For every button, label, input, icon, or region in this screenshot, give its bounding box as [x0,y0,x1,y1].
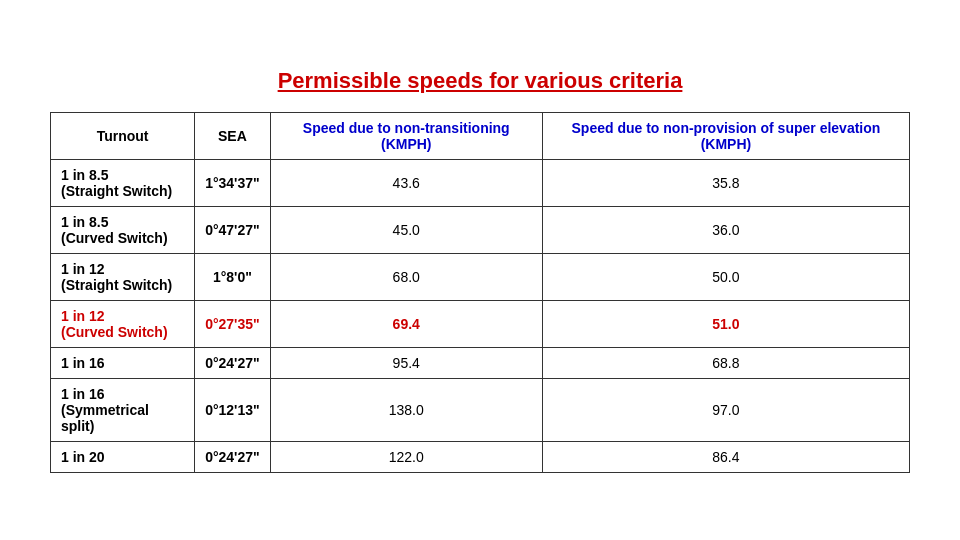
col-header-sea: SEA [195,112,271,159]
cell-speed-elevation: 51.0 [542,300,909,347]
cell-turnout: 1 in 8.5(Straight Switch) [51,159,195,206]
cell-speed-transition: 95.4 [270,347,542,378]
data-table: Turnout SEA Speed due to non-transitioni… [50,112,910,473]
cell-turnout: 1 in 16(Symmetrical split) [51,378,195,441]
cell-sea: 1°34'37" [195,159,271,206]
cell-speed-transition: 69.4 [270,300,542,347]
cell-turnout: 1 in 8.5(Curved Switch) [51,206,195,253]
cell-sea: 0°27'35" [195,300,271,347]
cell-sea: 0°47'27" [195,206,271,253]
cell-speed-transition: 43.6 [270,159,542,206]
cell-speed-elevation: 35.8 [542,159,909,206]
cell-sea: 1°8'0" [195,253,271,300]
cell-speed-transition: 138.0 [270,378,542,441]
cell-sea: 0°24'27" [195,347,271,378]
table-header-row: Turnout SEA Speed due to non-transitioni… [51,112,910,159]
table-row: 1 in 160°24'27"95.468.8 [51,347,910,378]
table-body: 1 in 8.5(Straight Switch)1°34'37"43.635.… [51,159,910,472]
page-title: Permissible speeds for various criteria [278,68,683,94]
cell-sea: 0°12'13" [195,378,271,441]
cell-speed-elevation: 68.8 [542,347,909,378]
col-header-speed-transition: Speed due to non-transitioning (KMPH) [270,112,542,159]
cell-turnout: 1 in 20 [51,441,195,472]
cell-speed-transition: 45.0 [270,206,542,253]
table-wrapper: Turnout SEA Speed due to non-transitioni… [50,112,910,473]
col-header-speed-elevation: Speed due to non-provision of super elev… [542,112,909,159]
cell-sea: 0°24'27" [195,441,271,472]
cell-turnout: 1 in 12(Straight Switch) [51,253,195,300]
cell-speed-transition: 68.0 [270,253,542,300]
table-row: 1 in 200°24'27"122.086.4 [51,441,910,472]
cell-speed-elevation: 86.4 [542,441,909,472]
table-row: 1 in 12(Curved Switch)0°27'35"69.451.0 [51,300,910,347]
cell-speed-transition: 122.0 [270,441,542,472]
table-row: 1 in 16(Symmetrical split)0°12'13"138.09… [51,378,910,441]
table-row: 1 in 12(Straight Switch)1°8'0"68.050.0 [51,253,910,300]
table-row: 1 in 8.5(Curved Switch)0°47'27"45.036.0 [51,206,910,253]
cell-speed-elevation: 50.0 [542,253,909,300]
cell-speed-elevation: 97.0 [542,378,909,441]
table-row: 1 in 8.5(Straight Switch)1°34'37"43.635.… [51,159,910,206]
cell-speed-elevation: 36.0 [542,206,909,253]
col-header-turnout: Turnout [51,112,195,159]
cell-turnout: 1 in 12(Curved Switch) [51,300,195,347]
cell-turnout: 1 in 16 [51,347,195,378]
